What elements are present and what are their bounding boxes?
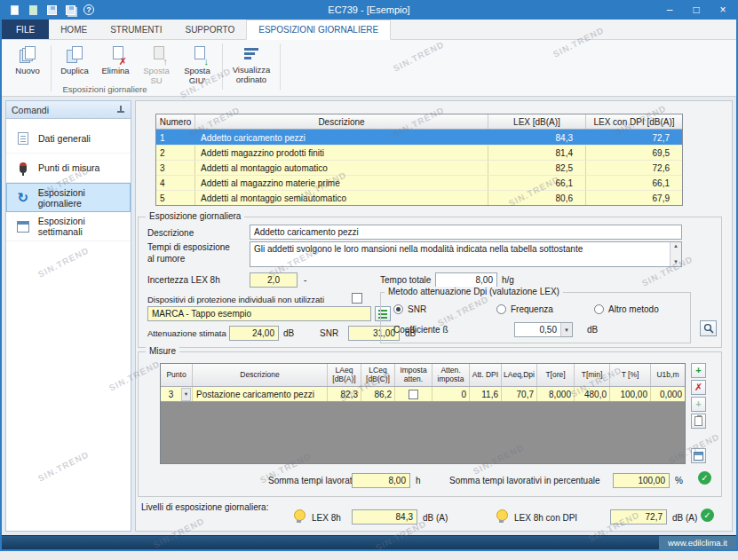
radio-label: Altro metodo [608, 304, 659, 314]
help-icon[interactable]: ? [83, 4, 95, 16]
cell-lex: 66,1 [488, 176, 586, 190]
col-header: Atten. imposta [432, 364, 470, 386]
main-panel: Numero Descrizione LEX [dB(A)] LEX con D… [135, 100, 733, 532]
incertezza-suffix: - [304, 275, 306, 287]
table-row[interactable]: 1 Addetto caricamento pezzi 84,3 72,7 [156, 130, 682, 145]
minimize-button[interactable]: – [656, 0, 683, 20]
save-all-icon[interactable] [64, 4, 76, 16]
marca-field[interactable]: MARCA - Tappo esempio [147, 306, 371, 321]
table-row[interactable]: 4 Addetti al magazzino materie prime 66,… [156, 175, 682, 190]
sidebar-item-label: Esposizioni settimanali [38, 216, 131, 237]
tempi-esposizione-textarea[interactable]: Gli addetti svolgono le loro mansioni ne… [250, 241, 682, 267]
magnifier-icon [703, 323, 714, 334]
application-window: ? EC739 - [Esempio] – □ × FILE HOME STRU… [0, 0, 738, 551]
chevron-down-icon[interactable]: ▼ [181, 388, 191, 401]
elimina-button[interactable]: ✗ Elimina [95, 42, 136, 76]
sidebar-item-punti-di-misura[interactable]: Punti di misura [6, 154, 131, 183]
col-header-numero: Numero [156, 114, 195, 129]
snr-label: SNR [320, 328, 338, 340]
statusbar: www.edilclima.it [2, 535, 736, 549]
save-icon[interactable] [45, 4, 58, 16]
new-file-icon[interactable] [8, 4, 20, 16]
col-header-descrizione: Descrizione [195, 114, 488, 129]
sposta-giu-button[interactable]: ↓ Sposta GIU' [177, 42, 218, 86]
tab-strumenti[interactable]: STRUMENTI [99, 20, 173, 39]
search-dpi-button[interactable] [700, 320, 717, 336]
scroll-down-icon[interactable]: ▼ [673, 259, 678, 266]
radio-label: SNR [408, 304, 426, 314]
col-header: LAeq [dB(A)] [328, 364, 361, 386]
ribbon-divider [222, 43, 223, 90]
show-table-button[interactable] [691, 448, 706, 463]
open-file-icon[interactable] [27, 4, 39, 16]
cell-lex: 82,5 [488, 161, 586, 175]
document-icon [15, 132, 31, 145]
attenuazione-value: 24,00 [252, 328, 274, 338]
duplicate-measure-button[interactable]: + [691, 397, 706, 412]
sidebar-item-esposizioni-giornaliere[interactable]: ↻ Esposizioni giornaliere [6, 183, 131, 212]
screen: ? EC739 - [Esempio] – □ × FILE HOME STRU… [0, 0, 738, 560]
dpi-non-utilizzati-checkbox[interactable] [352, 293, 362, 304]
attenuazione-stimata-input[interactable]: 24,00 [229, 326, 279, 341]
chevron-down-icon[interactable]: ▼ [560, 323, 572, 336]
paste-measure-button[interactable] [691, 414, 706, 429]
tab-home[interactable]: HOME [49, 20, 99, 39]
esposizione-giornaliera-group: Esposizione giornaliera Descrizione Adde… [138, 217, 722, 348]
table-row[interactable]: 2 Addetti magazzino prodotti finiti 81,4… [156, 145, 682, 160]
duplica-button[interactable]: Duplica [54, 42, 95, 76]
cell-descrizione: Addetto caricamento pezzi [195, 130, 488, 145]
radio-label: Frequenza [511, 304, 553, 314]
sposta-su-button: ↑ Sposta SU [136, 42, 177, 86]
cell-lex: 81,4 [488, 146, 586, 160]
cell-t-ore: 8,000 [537, 387, 575, 401]
coefficiente-label: Coefficiente ß [393, 325, 448, 336]
imposta-atten-checkbox[interactable] [409, 390, 418, 399]
table-row[interactable]: 3 Addetti al montaggio automatico 82,5 7… [156, 160, 682, 175]
scroll-up-icon[interactable]: ▲ [673, 243, 678, 250]
radio-frequenza[interactable]: Frequenza [496, 304, 553, 314]
marca-value: MARCA - Tappo esempio [152, 309, 251, 319]
tempo-totale-input[interactable]: 8,00 [435, 272, 497, 288]
descrizione-input[interactable]: Addetto caricamento pezzi [250, 225, 682, 240]
col-header: U1b,m [651, 364, 685, 386]
col-header-lex: LEX [dB(A)] [488, 114, 586, 129]
incertezza-value: 2,0 [267, 275, 280, 285]
visualizza-ordinato-button[interactable]: Visualizza ordinato [226, 40, 277, 96]
incertezza-input[interactable]: 2,0 [250, 272, 298, 288]
sidebar-item-dati-generali[interactable]: Dati generali [6, 124, 131, 154]
clipboard-icon [694, 416, 702, 426]
coefficiente-dropdown[interactable]: 0,50 ▼ [514, 322, 573, 337]
radio-dot [496, 304, 506, 314]
cell-lex-dpi: 72,7 [586, 130, 682, 145]
incertezza-label: Incertezza LEX 8h [147, 275, 220, 287]
tab-supporto[interactable]: SUPPORTO [173, 20, 246, 39]
radio-altro-metodo[interactable]: Altro metodo [594, 304, 659, 314]
tab-esposizioni-giornaliere[interactable]: ESPOSIZIONI GIORNALIERE [246, 20, 391, 40]
cell-numero: 2 [156, 146, 195, 160]
exposures-table: Numero Descrizione LEX [dB(A)] LEX con D… [155, 114, 683, 206]
ribbon-group-esposizioni: Nuovo Duplica ✗ Elimina ↑ Sposta SU ↓ [2, 40, 219, 96]
lex8h-dpi-value: 72,7 [646, 512, 663, 522]
close-button[interactable]: × [710, 0, 736, 20]
add-measure-button[interactable]: + [691, 363, 706, 378]
statusbar-link[interactable]: www.edilclima.it [659, 536, 736, 549]
tab-file[interactable]: FILE [2, 20, 49, 39]
col-header: LAeq,Dpi [502, 364, 537, 386]
sidebar-item-esposizioni-settimanali[interactable]: Esposizioni settimanali [6, 212, 131, 241]
maximize-button[interactable]: □ [683, 0, 710, 20]
punto-combo[interactable]: 3▼ [161, 387, 193, 401]
somma-perc-unit: % [675, 476, 683, 487]
nuovo-button[interactable]: Nuovo [7, 42, 48, 76]
pin-icon[interactable] [116, 106, 125, 114]
lex8h-value: 84,3 [396, 512, 413, 522]
delete-measure-button[interactable]: ✗ [691, 380, 706, 395]
table-row[interactable]: 5 Addetti al montaggio semiautomatico 80… [156, 190, 682, 205]
misure-row[interactable]: 3▼ Postazione caricamento pezzi 82,3 86,… [161, 387, 685, 402]
descrizione-label: Descrizione [147, 228, 194, 240]
cell-numero: 5 [156, 191, 195, 205]
somma-perc-label: Somma tempi lavorativi in percentuale [449, 476, 600, 487]
cell-descrizione: Addetti al magazzino materie prime [195, 176, 488, 190]
ribbon-divider [280, 43, 281, 90]
scrollbar[interactable]: ▲ ▼ [670, 242, 681, 266]
radio-snr[interactable]: SNR [393, 304, 426, 314]
